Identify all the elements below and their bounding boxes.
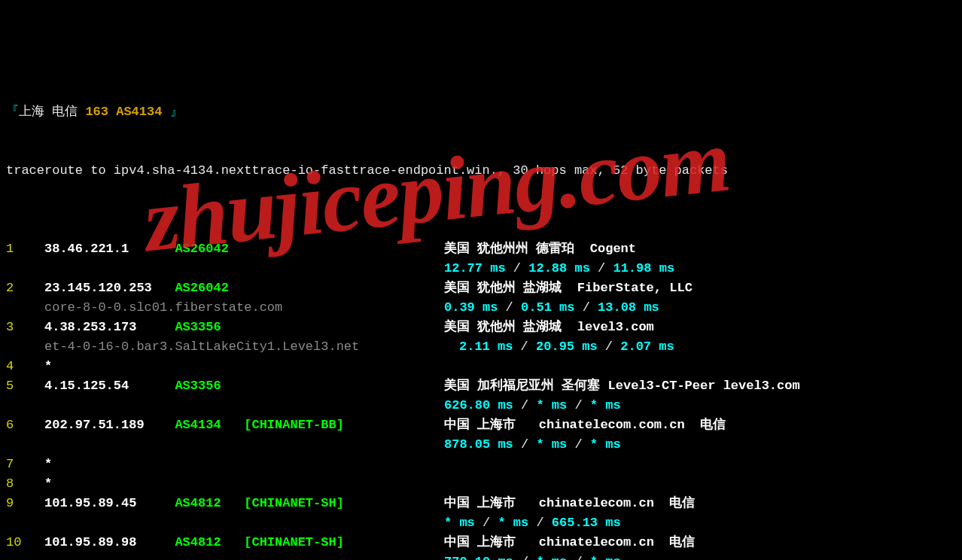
hop-ip: 4.15.125.54 xyxy=(44,376,175,396)
hop-location: 中国 上海市 chinatelecom.com.cn 电信 xyxy=(444,415,726,435)
hop-asn: AS26042 xyxy=(175,239,228,259)
hop-row: 34.38.253.173AS3356美国 犹他州 盐湖城 level3.com xyxy=(6,318,962,337)
hop-location: 美国 加利福尼亚州 圣何塞 Level3-CT-Peer level3.com xyxy=(444,376,800,396)
hop-latency-3: * ms xyxy=(590,555,621,560)
hop-latency-3: 2.07 ms xyxy=(620,339,674,354)
hop-asn: AS26042 xyxy=(175,278,228,298)
hop-latencies: 878.05 ms / * ms / * ms xyxy=(444,435,621,455)
hop-detail: 878.05 ms / * ms / * ms xyxy=(6,435,962,455)
trace-title: 『上海 电信 163 AS4134 』 xyxy=(6,102,962,122)
hop-detail: 626.80 ms / * ms / * ms xyxy=(6,396,962,415)
hop-detail: core-8-0-0.slc01.fiberstate.com0.39 ms /… xyxy=(6,298,962,318)
hop-latencies: 12.77 ms / 12.88 ms / 11.98 ms xyxy=(444,259,674,278)
hop-asn: AS3356 xyxy=(175,318,221,337)
hop-ip: 38.46.221.1 xyxy=(44,239,175,259)
hop-detail: 770.10 ms / * ms / * ms xyxy=(6,552,962,560)
hop-ip: 101.95.89.98 xyxy=(44,533,175,552)
hop-row: 54.15.125.54AS3356美国 加利福尼亚州 圣何塞 Level3-C… xyxy=(6,376,962,396)
hop-timeout: 8* xyxy=(6,474,962,494)
hop-number: 3 xyxy=(6,318,44,337)
hop-ip: 4.38.253.173 xyxy=(44,318,175,337)
hop-hostname: core-8-0-0.slc01.fiberstate.com xyxy=(44,300,282,315)
traceroute-output: 138.46.221.1AS26042美国 犹他州州 德雷珀 Cogent12.… xyxy=(6,239,962,560)
traceroute-command: traceroute to ipv4.sha-4134.nexttrace-io… xyxy=(6,161,962,181)
hop-latencies: 770.10 ms / * ms / * ms xyxy=(444,552,621,560)
hop-row: 9101.95.89.45AS4812 [CHINANET-SH]中国 上海市 … xyxy=(6,494,962,513)
hop-star: * xyxy=(44,359,52,373)
hop-latency-3: 11.98 ms xyxy=(613,261,674,275)
hop-ip: 23.145.120.253 xyxy=(44,278,175,298)
hop-ip: 202.97.51.189 xyxy=(44,415,175,435)
hop-latencies: 0.39 ms / 0.51 ms / 13.08 ms xyxy=(444,298,659,318)
hop-latency-1: * ms xyxy=(444,516,475,530)
hop-latency-2: * ms xyxy=(536,437,567,452)
hop-star: * xyxy=(44,476,52,491)
hop-number: 4 xyxy=(6,357,44,376)
hop-latencies: 626.80 ms / * ms / * ms xyxy=(444,396,621,415)
hop-latency-3: * ms xyxy=(590,398,621,412)
hop-latency-1: 770.10 ms xyxy=(444,555,513,560)
hop-tag: [CHINANET-SH] xyxy=(244,535,344,549)
hop-detail: 12.77 ms / 12.88 ms / 11.98 ms xyxy=(6,259,962,278)
hop-number: 10 xyxy=(6,533,44,552)
hop-asn: AS4134 xyxy=(175,415,221,435)
hop-latency-1: 2.11 ms xyxy=(459,339,513,354)
hop-number: 9 xyxy=(6,494,44,513)
hop-number: 7 xyxy=(6,455,44,474)
hop-latency-1: 0.39 ms xyxy=(444,300,498,315)
hop-latencies: * ms / * ms / 665.13 ms xyxy=(444,513,621,533)
hop-row: 6202.97.51.189AS4134 [CHINANET-BB]中国 上海市… xyxy=(6,415,962,435)
hop-latency-2: 12.88 ms xyxy=(528,261,590,275)
hop-number: 6 xyxy=(6,415,44,435)
hop-detail: et-4-0-16-0.bar3.SaltLakeCity1.Level3.ne… xyxy=(6,337,962,357)
hop-location: 中国 上海市 chinatelecom.cn 电信 xyxy=(444,533,695,552)
hop-number: 1 xyxy=(6,239,44,259)
hop-latency-1: 878.05 ms xyxy=(444,437,513,452)
hop-latency-2: * ms xyxy=(498,516,528,530)
hop-asn: AS3356 xyxy=(175,376,221,396)
hop-latency-3: * ms xyxy=(590,437,621,452)
hop-latency-2: * ms xyxy=(536,555,567,560)
hop-location: 中国 上海市 chinatelecom.cn 电信 xyxy=(444,494,695,513)
hop-hostname: et-4-0-16-0.bar3.SaltLakeCity1.Level3.ne… xyxy=(44,339,359,354)
hop-asn: AS4812 xyxy=(175,494,221,513)
hop-latency-2: 0.51 ms xyxy=(521,300,574,315)
hop-location: 美国 犹他州 盐湖城 level3.com xyxy=(444,318,654,337)
hop-detail: * ms / * ms / 665.13 ms xyxy=(6,513,962,533)
hop-row: 223.145.120.253AS26042美国 犹他州 盐湖城 FiberSt… xyxy=(6,278,962,298)
hop-location: 美国 犹他州州 德雷珀 Cogent xyxy=(444,239,636,259)
hop-location: 美国 犹他州 盐湖城 FiberState, LLC xyxy=(444,278,693,298)
hop-latency-3: 665.13 ms xyxy=(552,516,621,530)
hop-number: 5 xyxy=(6,376,44,396)
hop-number: 2 xyxy=(6,278,44,298)
hop-tag: [CHINANET-BB] xyxy=(244,418,344,432)
hop-star: * xyxy=(44,457,52,471)
hop-number: 8 xyxy=(6,474,44,494)
hop-latency-2: * ms xyxy=(536,398,567,412)
hop-latency-1: 12.77 ms xyxy=(444,261,506,275)
hop-latency-2: 20.95 ms xyxy=(536,339,598,354)
hop-row: 138.46.221.1AS26042美国 犹他州州 德雷珀 Cogent xyxy=(6,239,962,259)
hop-latencies: 2.11 ms / 20.95 ms / 2.07 ms xyxy=(459,337,674,357)
hop-tag: [CHINANET-SH] xyxy=(244,496,344,510)
hop-timeout: 7* xyxy=(6,455,962,474)
hop-timeout: 4* xyxy=(6,357,962,376)
hop-row: 10101.95.89.98AS4812 [CHINANET-SH]中国 上海市… xyxy=(6,533,962,552)
hop-asn: AS4812 xyxy=(175,533,221,552)
hop-latency-1: 626.80 ms xyxy=(444,398,513,412)
hop-ip: 101.95.89.45 xyxy=(44,494,175,513)
hop-latency-3: 13.08 ms xyxy=(598,300,659,315)
